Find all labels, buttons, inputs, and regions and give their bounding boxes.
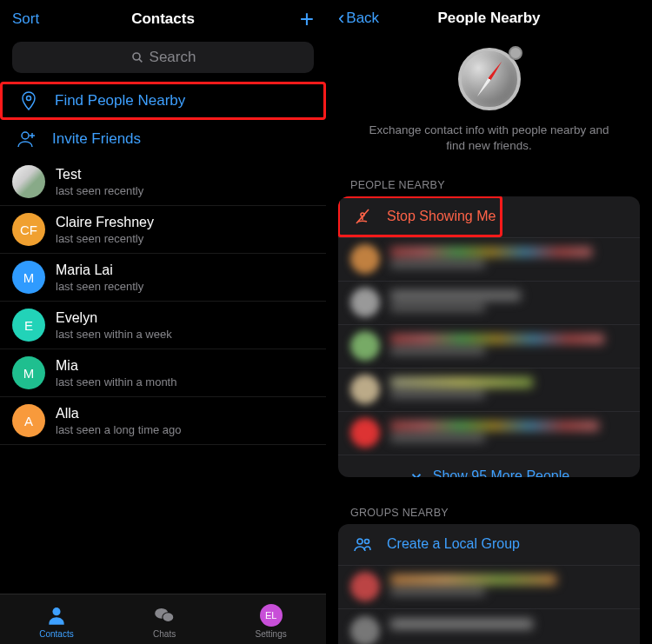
contact-name: Mia — [56, 357, 176, 374]
chevron-left-icon: ‹ — [338, 9, 344, 28]
svg-point-8 — [163, 613, 174, 622]
contact-status: last seen within a month — [56, 375, 176, 388]
svg-point-3 — [22, 132, 29, 139]
stop-location-icon — [352, 206, 373, 227]
show-more-people-row[interactable]: Show 95 More People — [338, 455, 640, 477]
location-pin-icon — [18, 90, 39, 111]
contact-status: last seen recently — [56, 280, 143, 293]
svg-point-6 — [52, 607, 60, 615]
tab-contacts[interactable]: Contacts — [39, 603, 73, 639]
find-people-nearby-row[interactable]: Find People Nearby — [0, 82, 326, 120]
contact-status: last seen a long time ago — [56, 423, 182, 436]
contact-row[interactable]: MMialast seen within a month — [0, 349, 326, 397]
svg-point-0 — [133, 53, 140, 60]
contact-name: Test — [56, 166, 143, 183]
people-nearby-card: Stop Showing Me Show 95 More People — [338, 196, 640, 477]
svg-point-11 — [357, 539, 363, 544]
svg-point-2 — [27, 96, 31, 101]
stop-showing-label: Stop Showing Me — [387, 209, 496, 224]
nearby-person-row[interactable] — [338, 412, 640, 455]
add-contact-button[interactable]: + — [300, 7, 314, 31]
avatar: M — [12, 261, 45, 294]
search-icon — [130, 50, 144, 64]
invite-friends-row[interactable]: Invite Friends — [0, 120, 326, 158]
nearby-group-row[interactable] — [338, 566, 640, 609]
avatar: E — [12, 309, 45, 342]
contact-status: last seen within a week — [56, 328, 172, 341]
contact-row[interactable]: CFClaire Freshneylast seen recently — [0, 206, 326, 254]
people-nearby-header: PEOPLE NEARBY — [326, 170, 652, 196]
create-local-group-row[interactable]: Create a Local Group — [338, 524, 640, 566]
avatar: M — [12, 356, 45, 389]
nearby-group-row[interactable] — [338, 609, 640, 644]
compass-icon — [458, 48, 521, 110]
nearby-subtitle: Exchange contact info with people nearby… — [361, 123, 617, 154]
stop-showing-me-row[interactable]: Stop Showing Me — [338, 196, 640, 238]
back-button[interactable]: ‹ Back — [338, 9, 379, 28]
contacts-title: Contacts — [73, 10, 253, 28]
contacts-tab-icon — [44, 603, 69, 627]
contact-row[interactable]: EEvelynlast seen within a week — [0, 302, 326, 349]
groups-nearby-card: Create a Local Group — [338, 524, 640, 644]
contacts-list: Testlast seen recentlyCFClaire Freshneyl… — [0, 158, 326, 594]
avatar: A — [12, 404, 45, 437]
tab-chats[interactable]: Chats — [152, 603, 176, 639]
svg-line-1 — [139, 59, 142, 62]
show-more-label: Show 95 More People — [433, 468, 569, 477]
nearby-person-row[interactable] — [338, 282, 640, 325]
find-nearby-label: Find People Nearby — [55, 92, 185, 110]
svg-point-12 — [365, 540, 369, 544]
search-placeholder: Search — [150, 49, 196, 66]
group-icon — [352, 534, 373, 554]
create-group-label: Create a Local Group — [387, 536, 520, 552]
contact-name: Maria Lai — [56, 262, 143, 278]
contact-row[interactable]: MMaria Lailast seen recently — [0, 254, 326, 302]
tab-bar: Contacts Chats EL Settings — [0, 594, 326, 644]
contacts-navbar: Sort Contacts + — [0, 0, 326, 38]
chevron-down-icon — [409, 468, 424, 477]
contact-name: Evelyn — [56, 309, 172, 326]
nearby-navbar: ‹ Back People Nearby — [326, 0, 652, 36]
contact-status: last seen recently — [56, 232, 154, 245]
tab-chats-label: Chats — [153, 629, 176, 639]
search-input[interactable]: Search — [12, 42, 314, 73]
compass-section: Exchange contact info with people nearby… — [326, 36, 652, 169]
chats-tab-icon — [152, 603, 176, 627]
back-label: Back — [346, 10, 379, 27]
contact-row[interactable]: AAllalast seen a long time ago — [0, 397, 326, 445]
contact-row[interactable]: Testlast seen recently — [0, 158, 326, 206]
nearby-person-row[interactable] — [338, 238, 640, 282]
nearby-person-row[interactable] — [338, 368, 640, 412]
invite-friends-label: Invite Friends — [52, 130, 141, 148]
contact-status: last seen recently — [56, 184, 143, 197]
nearby-person-row[interactable] — [338, 325, 640, 368]
tab-settings-label: Settings — [256, 629, 287, 639]
avatar: CF — [12, 213, 45, 246]
tab-contacts-label: Contacts — [39, 629, 73, 639]
settings-tab-icon: EL — [259, 603, 283, 627]
tab-settings[interactable]: EL Settings — [256, 603, 287, 639]
groups-nearby-header: GROUPS NEARBY — [326, 498, 652, 524]
avatar — [12, 165, 45, 198]
contact-name: Alla — [56, 405, 182, 422]
contact-name: Claire Freshney — [56, 214, 154, 230]
nearby-title: People Nearby — [399, 10, 579, 27]
add-friend-icon — [16, 129, 37, 149]
sort-button[interactable]: Sort — [12, 10, 39, 28]
